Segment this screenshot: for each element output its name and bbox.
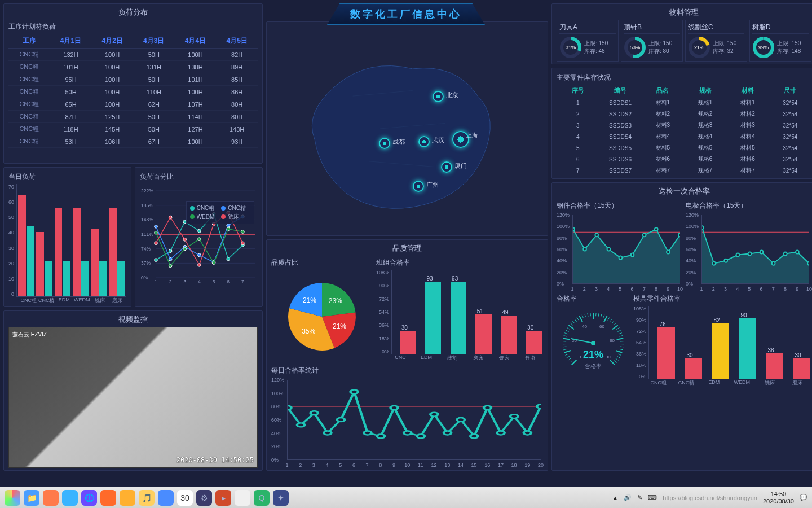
material-card: 线割丝C21%上限: 150库存: 32 <box>685 20 747 62</box>
steel-chart: 0%20%40%60%80%100%120%12345678910 <box>557 213 682 292</box>
quality-title: 品质管理 <box>271 242 543 256</box>
stock-panel: 主要零件库存状况 序号编号品名规格材料尺寸 1SSDDS1材料1规格1材料132… <box>551 68 812 179</box>
start-icon[interactable] <box>5 490 20 506</box>
svg-point-66 <box>430 413 438 417</box>
tray-up-icon[interactable]: ▲ <box>612 494 618 501</box>
svg-marker-95 <box>702 227 809 283</box>
svg-line-146 <box>619 336 623 336</box>
app-icon-7[interactable] <box>235 490 250 506</box>
table-row: CNC粗101H100H131H138H89H <box>8 61 258 73</box>
stock-title: 主要零件库存状况 <box>557 71 811 85</box>
svg-point-61 <box>364 431 371 435</box>
svg-point-68 <box>457 418 464 422</box>
inspection-title: 送检一次合格率 <box>557 185 811 199</box>
svg-text:4: 4 <box>198 279 201 284</box>
svg-point-85 <box>573 227 575 231</box>
svg-line-125 <box>575 319 577 322</box>
material-card: 顶针B53%上限: 150库存: 80 <box>621 20 683 62</box>
app-icon-3[interactable] <box>100 490 116 506</box>
svg-line-138 <box>608 317 610 320</box>
svg-text:37%: 37% <box>141 260 151 266</box>
svg-line-114 <box>563 347 566 347</box>
svg-line-131 <box>590 313 591 316</box>
svg-point-74 <box>537 404 541 408</box>
svg-point-59 <box>337 418 345 422</box>
load-title: 负荷分布 <box>8 6 258 20</box>
svg-point-62 <box>377 434 385 438</box>
tray-keyboard-icon[interactable]: ⌨ <box>648 494 657 501</box>
load-percent-title: 负荷百分比 <box>140 170 258 184</box>
svg-line-143 <box>616 328 619 330</box>
svg-point-100 <box>736 253 739 257</box>
table-row: CNC粗65H100H62H107H80H <box>8 98 258 111</box>
table-row: 3SSDDS3材料3规格3材料332*54 <box>557 120 811 131</box>
tray-notification-icon[interactable]: 💬 <box>800 494 807 501</box>
files-icon[interactable]: 📁 <box>24 490 39 506</box>
quality-panel: 品质管理 品质占比 23%21%35%21% 班组合格率 108%90%72%5… <box>266 239 548 471</box>
video-feed[interactable]: 萤石云 EZVIZ 2020-08-30 14:50:25 <box>8 327 258 468</box>
svg-line-122 <box>568 325 574 329</box>
svg-point-55 <box>288 406 292 410</box>
table-row: 4SSDDS4材料4规格4材料432*54 <box>557 131 811 142</box>
app-icon-4[interactable] <box>120 490 135 506</box>
map-city-武汉[interactable]: 武汉 <box>418 136 430 147</box>
svg-line-150 <box>620 347 624 347</box>
svg-line-137 <box>604 316 607 322</box>
svg-text:1: 1 <box>155 279 157 284</box>
table-row: CNC粗95H100H50H101H85H <box>8 73 258 86</box>
load-percent-panel: 负荷百分比 0%37%74%111%148%185%222%1234567 CN… <box>135 167 263 307</box>
map-city-成都[interactable]: 成都 <box>379 138 390 149</box>
svg-line-124 <box>572 321 575 323</box>
svg-point-165 <box>591 341 595 345</box>
load-table: 工序4月1日4月2日4月3日4月4日4月5日 CNC精132H100H50H10… <box>8 34 258 148</box>
app-icon-2[interactable] <box>62 490 78 506</box>
svg-point-73 <box>524 431 531 435</box>
stock-table: 序号编号品名规格材料尺寸 1SSDDS1材料1规格1材料132*542SSDDS… <box>557 85 811 176</box>
pass-rate-gauge: 020406080100 21% 合格率 <box>559 309 627 377</box>
table-row: CNC粗87H125H50H114H80H <box>8 111 258 123</box>
header-title: 数字化工厂信息中心 <box>327 3 485 25</box>
app-icon-1[interactable] <box>43 490 59 506</box>
app-icon-9[interactable]: ✦ <box>273 490 289 506</box>
calendar-icon[interactable]: 30 <box>177 490 193 506</box>
tray-pen-icon[interactable]: ✎ <box>637 494 642 501</box>
table-row: 5SSDDS5材料5规格5材料532*54 <box>557 142 811 154</box>
watermark: https://blog.csdn.net/shandongyun <box>663 494 757 501</box>
svg-line-147 <box>616 339 623 340</box>
svg-text:2: 2 <box>169 279 172 284</box>
music-icon[interactable]: 🎵 <box>139 490 155 506</box>
materials-title: 物料管理 <box>557 6 811 20</box>
daily-load-title: 当日负荷 <box>8 170 126 184</box>
map-city-上海[interactable]: 上海 <box>452 131 469 148</box>
material-card: 树脂D99%上限: 150库存: 148 <box>749 20 811 62</box>
svg-text:23%: 23% <box>329 297 342 305</box>
browser-icon[interactable]: 🌐 <box>81 490 97 506</box>
load-distribution-panel: 负荷分布 工序计划符负荷 工序4月1日4月2日4月3日4月4日4月5日 CNC精… <box>3 3 263 164</box>
video-title: 视频监控 <box>8 313 258 327</box>
svg-line-129 <box>585 314 586 317</box>
svg-point-63 <box>390 406 398 410</box>
svg-point-56 <box>297 423 304 427</box>
svg-point-72 <box>510 414 518 418</box>
svg-point-94 <box>678 233 680 237</box>
app-icon-6[interactable]: ⚙ <box>196 490 212 506</box>
svg-line-120 <box>566 330 568 332</box>
taskbar[interactable]: 📁 🌐 🎵 30 ⚙ ▸ Q ✦ ▲ 🔊 ✎ ⌨ https://blog.cs… <box>0 487 812 508</box>
table-row: CNC精53H106H67H100H93H <box>8 135 258 148</box>
map-city-北京[interactable]: 北京 <box>433 91 444 102</box>
video-panel: 视频监控 萤石云 EZVIZ 2020-08-30 14:50:25 <box>3 310 263 471</box>
tray-volume-icon[interactable]: 🔊 <box>624 494 632 501</box>
map-city-厦门[interactable]: 厦门 <box>441 161 452 173</box>
svg-line-126 <box>577 317 579 320</box>
app-icon-8[interactable]: Q <box>254 490 270 506</box>
svg-point-105 <box>796 251 799 254</box>
svg-text:40: 40 <box>582 324 587 329</box>
steel-title: 钢件合格率（15天） <box>557 199 682 213</box>
map-panel[interactable]: 北京上海武汉成都厦门广州 <box>266 21 548 236</box>
svg-point-71 <box>497 431 504 435</box>
app-icon-5[interactable] <box>158 490 174 506</box>
pie-title: 品质占比 <box>271 256 373 270</box>
map-city-广州[interactable]: 广州 <box>413 181 424 192</box>
taskbar-clock[interactable]: 14:502020/08/30 <box>763 491 794 504</box>
terminal-icon[interactable]: ▸ <box>215 490 231 506</box>
